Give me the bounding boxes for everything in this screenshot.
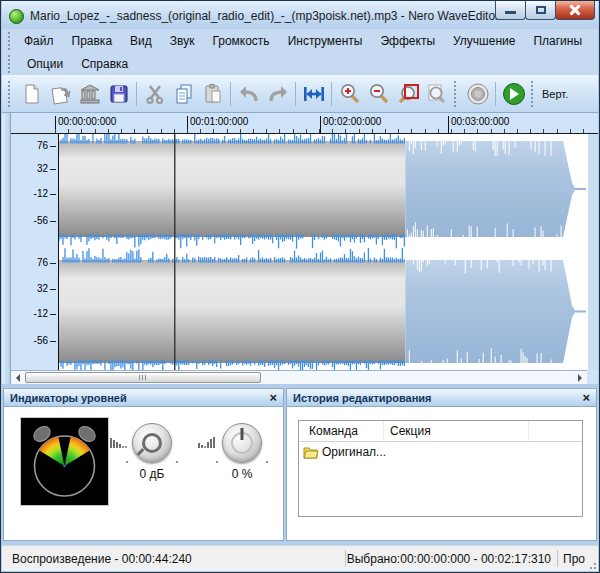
edit-history-title: История редактирования: [293, 392, 432, 404]
menu-item-effects[interactable]: Эффекты: [371, 31, 444, 51]
percent-value-label: 0 %: [212, 467, 272, 481]
zoom-selection-button[interactable]: [393, 79, 422, 108]
ruler-minor-ticks: [55, 129, 592, 133]
cut-button[interactable]: [140, 79, 169, 108]
toolbar-grip-icon[interactable]: [531, 81, 537, 107]
menu-row-2: Опции Справка: [2, 52, 598, 75]
toolbar-separator: [230, 82, 231, 106]
menu-item-view[interactable]: Вид: [121, 31, 161, 51]
open-file-button[interactable]: [46, 79, 75, 108]
knob-max-dot: [266, 461, 268, 463]
dock-strip: [2, 113, 11, 384]
window-title: Mario_Lopez_-_sadness_(original_radio_ed…: [30, 9, 499, 23]
close-panel-icon[interactable]: ×: [269, 391, 277, 404]
restore-icon: [536, 6, 546, 14]
selection-range-status: Выбрано:00:00:00:000 - 00:02:17:310: [347, 552, 551, 566]
horizontal-scrollbar[interactable]: [11, 370, 587, 384]
scale-value: 32: [37, 284, 48, 294]
scroll-right-arrow-icon[interactable]: [573, 371, 587, 384]
menu-item-edit[interactable]: Правка: [63, 31, 122, 51]
gain-knob-indicator: [142, 433, 162, 453]
zoom-in-button[interactable]: [335, 79, 364, 108]
minimize-icon: [505, 11, 516, 14]
status-bar: Воспроизведение - 00:00:44:240 Выбрано:0…: [2, 545, 598, 571]
column-header-command[interactable]: Команда: [299, 421, 384, 441]
scroll-left-arrow-icon[interactable]: [11, 371, 25, 384]
history-table[interactable]: Команда Секция Оригинал...: [298, 420, 583, 517]
nero-waveeditor-window: Mario_Lopez_-_sadness_(original_radio_ed…: [0, 0, 600, 573]
gain-knob[interactable]: [132, 423, 172, 463]
redo-button[interactable]: [263, 79, 292, 108]
scale-value: 76: [37, 258, 48, 268]
close-panel-icon[interactable]: ×: [582, 391, 590, 404]
toolbar-separator: [331, 82, 332, 106]
wave-canvas[interactable]: [58, 134, 588, 370]
open-file-icon: [50, 83, 72, 105]
menu-row-1: Файл Правка Вид Звук Громкость Инструмен…: [2, 29, 598, 52]
history-table-header: Команда Секция: [299, 421, 582, 442]
record-button[interactable]: [463, 79, 492, 108]
copy-button[interactable]: [169, 79, 198, 108]
knob-min-dot: [126, 461, 128, 463]
menu-item-plugins[interactable]: Плагины: [524, 31, 591, 51]
level-indicators-title: Индикаторы уровней: [10, 392, 127, 404]
column-header-section[interactable]: Секция: [384, 421, 529, 441]
menu-grip-icon[interactable]: [8, 32, 10, 50]
scale-value: -56: [34, 336, 48, 346]
close-button[interactable]: [555, 1, 595, 20]
zoom-all-icon: [425, 82, 449, 106]
edit-history-header[interactable]: История редактирования ×: [286, 388, 597, 407]
redo-icon: [266, 83, 290, 105]
gain-knob-tail: [137, 448, 145, 456]
floppy-save-icon: [108, 83, 130, 105]
menu-item-tools[interactable]: Инструменты: [279, 31, 372, 51]
archive-button[interactable]: [75, 79, 104, 108]
vertical-zoom-label[interactable]: Верт.: [542, 88, 568, 100]
toolbar-grip-icon[interactable]: [8, 81, 14, 107]
amplitude-scale: 76 32 -12 -56 76 32 -12 -56: [11, 134, 58, 370]
menu-item-help[interactable]: Справка: [72, 54, 137, 74]
resize-grip-icon[interactable]: [587, 560, 597, 570]
history-row-label: Оригинал...: [322, 445, 386, 459]
zoom-all-button[interactable]: [422, 79, 451, 108]
play-button[interactable]: [499, 79, 528, 108]
menu-item-windows[interactable]: Окна: [591, 31, 600, 51]
fit-width-button[interactable]: [299, 79, 328, 108]
maximize-button[interactable]: [525, 1, 556, 20]
save-button[interactable]: [104, 79, 133, 108]
gauge-graphic: [21, 418, 108, 505]
scale-value: 32: [37, 164, 48, 174]
percent-knob-indicator: [241, 428, 244, 440]
new-file-button[interactable]: [17, 79, 46, 108]
menu-item-volume[interactable]: Громкость: [203, 31, 278, 51]
percent-bars-icon: [198, 437, 215, 449]
menu-item-options[interactable]: Опции: [18, 54, 72, 74]
fit-width-icon: [302, 83, 326, 105]
scrollbar-thumb[interactable]: [25, 372, 261, 383]
waveform-view: 00:00:00:000 00:01:00:000 00:02:00:000 0…: [11, 113, 598, 384]
vertical-scroll-strip[interactable]: [588, 134, 598, 370]
scissors-icon: [144, 83, 166, 105]
level-indicators-header[interactable]: Индикаторы уровней ×: [3, 388, 284, 407]
toolbar-grip-icon[interactable]: [454, 81, 460, 107]
close-icon: [569, 4, 582, 17]
menu-item-file[interactable]: Файл: [15, 31, 63, 51]
time-ruler[interactable]: 00:00:00:000 00:01:00:000 00:02:00:000 0…: [11, 115, 598, 134]
history-row-original[interactable]: Оригинал...: [299, 442, 582, 462]
folder-icon: [303, 446, 319, 459]
toolbar: Верт.: [2, 75, 598, 113]
menu-grip-icon[interactable]: [8, 55, 13, 73]
menu-item-enhancement[interactable]: Улучшение: [444, 31, 524, 51]
scale-value: -12: [34, 309, 48, 319]
paste-button[interactable]: [198, 79, 227, 108]
zoom-in-icon: [338, 82, 362, 106]
percent-knob[interactable]: [222, 423, 262, 463]
minimize-button[interactable]: [495, 1, 526, 20]
knob-min-dot: [216, 461, 218, 463]
level-indicators-panel: Индикаторы уровней ×: [3, 388, 284, 541]
zoom-out-button[interactable]: [364, 79, 393, 108]
play-icon: [501, 81, 527, 107]
menu-item-audio[interactable]: Звук: [161, 31, 204, 51]
new-document-icon: [21, 83, 43, 105]
undo-button[interactable]: [234, 79, 263, 108]
